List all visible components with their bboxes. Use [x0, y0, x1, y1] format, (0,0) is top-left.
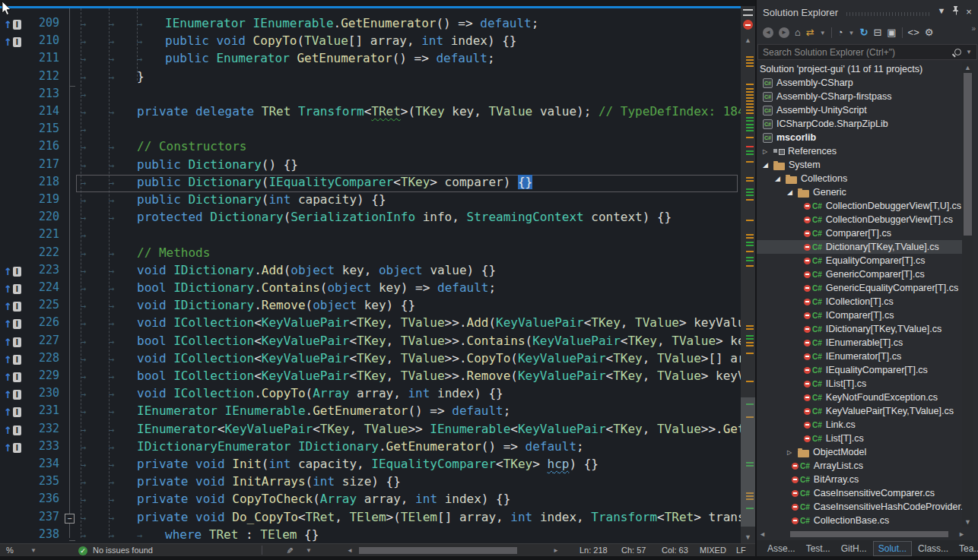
code-line[interactable]: →→// Constructors: [81, 139, 247, 157]
tree-item-genericcomparer-t-cs[interactable]: C#GenericComparer[T].cs: [757, 267, 966, 281]
code-editor[interactable]: 209↑I→→→IEnumerator IEnumerable.GetEnume…: [0, 0, 755, 560]
view-code-icon[interactable]: <>: [908, 27, 919, 39]
code-line[interactable]: →→private void InitArrays(int size) {}: [81, 474, 401, 492]
code-line[interactable]: →→IDictionaryEnumerator IDictionary.GetE…: [81, 439, 584, 457]
editor-vertical-scrollbar[interactable]: ▲ ▼: [741, 6, 755, 543]
code-line[interactable]: →: [81, 227, 109, 245]
sync-with-active-document-icon-caret[interactable]: ▼: [820, 30, 826, 36]
code-line[interactable]: →→private void CopyToCheck(Array array, …: [81, 492, 510, 509]
line-ending-indicator[interactable]: LF: [736, 546, 746, 555]
code-line[interactable]: →→public Dictionary(IEqualityComparer<TK…: [81, 175, 532, 192]
tree-item-collectiondebuggerview-t-cs[interactable]: C#CollectionDebuggerView[T].cs: [757, 213, 966, 226]
code-line[interactable]: →→void IDictionary.Add(object key, objec…: [81, 263, 496, 280]
tree-item-mscorlib[interactable]: C#mscorlib: [757, 131, 966, 144]
tree-item-ienumerator-t-cs[interactable]: C#IEnumerator[T].cs: [757, 350, 966, 363]
search-box[interactable]: ▼: [757, 44, 977, 60]
code-region[interactable]: 209↑I→→→IEnumerator IEnumerable.GetEnume…: [0, 8, 741, 543]
tool-window-tab-test[interactable]: Test...: [802, 542, 835, 555]
hscroll-left-icon[interactable]: ◄: [347, 546, 353, 555]
issues-indicator[interactable]: ✓: [78, 546, 87, 555]
scroll-down-icon[interactable]: ▼: [741, 533, 755, 541]
formatting-brush-icon[interactable]: ✎: [286, 546, 293, 555]
implements-interface-icon[interactable]: ↑I: [4, 439, 21, 457]
tree-item-solution-project-gui-11-of-11-projects[interactable]: Solution 'project-gui' (11 of 11 project…: [757, 62, 966, 76]
search-options-caret-icon[interactable]: ▼: [966, 49, 972, 55]
implements-interface-icon[interactable]: ↑I: [4, 263, 21, 280]
line-indicator[interactable]: Ln: 218: [579, 546, 608, 555]
pending-changes-filter-icon[interactable]: ◔: [837, 27, 843, 39]
implements-interface-icon[interactable]: ↑I: [4, 369, 21, 386]
code-line[interactable]: →→protected Dictionary(SerializationInfo…: [81, 210, 672, 227]
collapse-node-icon[interactable]: ◢: [787, 188, 798, 196]
column-indicator[interactable]: Col: 63: [662, 546, 688, 555]
code-line[interactable]: →: [81, 87, 109, 104]
code-line[interactable]: →→}: [81, 69, 144, 87]
encoding-indicator[interactable]: MIXED: [700, 546, 726, 555]
solution-explorer-titlebar[interactable]: Solution Explorer ▼ ×: [757, 5, 978, 21]
search-input[interactable]: [758, 47, 954, 58]
code-line[interactable]: →→void IDictionary.Remove(object key) {}: [81, 298, 415, 315]
code-line[interactable]: →→→public Enumerator GetEnumerator() => …: [81, 51, 495, 68]
pending-changes-filter-icon-caret[interactable]: ▼: [849, 30, 855, 36]
tool-window-tab-tea[interactable]: Tea...: [954, 542, 978, 555]
properties-wrench-icon[interactable]: ⚙: [925, 27, 934, 39]
tree-item-caseinsensitivecomparer-cs[interactable]: C#CaseInsensitiveComparer.cs: [757, 486, 966, 500]
implements-interface-icon[interactable]: ↑I: [4, 334, 21, 351]
forward-icon[interactable]: ►: [779, 27, 789, 38]
tree-item-iequalitycomparer-t-cs[interactable]: C#IEqualityComparer[T].cs: [757, 363, 966, 377]
tree-item-arraylist-cs[interactable]: C#ArrayList.cs: [757, 459, 966, 473]
code-line[interactable]: →→// Methods: [81, 245, 210, 263]
tree-item-link-cs[interactable]: C#Link.cs: [757, 418, 966, 432]
tool-window-tab-gith[interactable]: GitH...: [837, 542, 872, 555]
issues-text[interactable]: No issues found: [93, 546, 153, 555]
implements-interface-icon[interactable]: ↑I: [4, 16, 21, 33]
tree-item-dictionary-tkey-tvalue-cs[interactable]: C#Dictionary[TKey,TValue].cs: [757, 240, 966, 254]
code-line[interactable]: →→IEnumerator<KeyValuePair<TKey, TValue>…: [81, 422, 741, 439]
tree-item-system[interactable]: ◢System: [757, 158, 966, 172]
hscroll-right-icon[interactable]: ►: [553, 546, 559, 555]
scroll-right-icon[interactable]: ►: [956, 530, 967, 538]
tree-item-caseinsensitivehashcodeprovider-cs[interactable]: C#CaseInsensitiveHashCodeProvider.cs: [757, 500, 966, 514]
tree-item-assembly-unityscript[interactable]: C#Assembly-UnityScript: [757, 103, 966, 117]
code-line[interactable]: →→private delegate TRet Transform<TRet>(…: [81, 104, 741, 122]
toolbar-overflow-icon[interactable]: »: [971, 24, 976, 33]
tree-item-collections[interactable]: ◢Collections: [757, 172, 966, 185]
tree-item-assembly-csharp[interactable]: C#Assembly-CSharp: [757, 76, 966, 90]
implements-interface-icon[interactable]: ↑I: [4, 351, 21, 369]
implements-interface-icon[interactable]: ↑I: [4, 298, 21, 315]
implements-interface-icon[interactable]: ↑I: [4, 403, 21, 421]
tree-vertical-scrollbar[interactable]: ▲ ▼: [962, 62, 973, 527]
scrollbar-thumb[interactable]: [790, 531, 948, 537]
scrollbar-thumb[interactable]: [741, 397, 755, 527]
code-line[interactable]: →→→IEnumerator IEnumerable.GetEnumerator…: [81, 16, 538, 33]
code-line[interactable]: →→private void Init(int capacity, IEqual…: [81, 457, 599, 474]
tree-item-references[interactable]: ▷References: [757, 144, 966, 158]
tree-item-collectionbase-cs[interactable]: C#CollectionBase.cs: [757, 514, 966, 527]
tree-item-genericequalitycomparer-t-cs[interactable]: C#GenericEqualityComparer[T].cs: [757, 281, 966, 295]
code-line[interactable]: →→bool ICollection<KeyValuePair<TKey, TV…: [81, 334, 741, 351]
back-icon[interactable]: ◄: [763, 27, 773, 38]
implements-interface-icon[interactable]: ↑I: [4, 315, 21, 333]
collapse-region-icon[interactable]: −: [65, 514, 75, 524]
scroll-left-icon[interactable]: ◄: [757, 530, 768, 538]
close-icon[interactable]: ×: [963, 6, 975, 17]
collapse-node-icon[interactable]: ◢: [763, 161, 773, 169]
sync-with-active-document-icon[interactable]: ⇄: [806, 27, 814, 39]
tree-item-collectiondebuggerview-t-u-cs[interactable]: C#CollectionDebuggerView[T,U].cs: [757, 199, 966, 213]
code-line[interactable]: →→private void Do_CopyTo<TRet, TElem>(TE…: [81, 510, 741, 527]
implements-interface-icon[interactable]: ↑I: [4, 280, 21, 298]
show-all-files-icon[interactable]: ▣: [887, 27, 896, 39]
expand-node-icon[interactable]: ▷: [787, 449, 798, 456]
brush-caret-icon[interactable]: ▼: [306, 546, 312, 555]
tree-item-generic[interactable]: ◢Generic: [757, 185, 966, 199]
code-line[interactable]: →→void ICollection<KeyValuePair<TKey, TV…: [81, 315, 741, 333]
tree-item-icollection-t-cs[interactable]: C#ICollection[T].cs: [757, 295, 966, 308]
tree-horizontal-scrollbar[interactable]: ◄ ►: [757, 529, 978, 539]
tree-item-equalitycomparer-t-cs[interactable]: C#EqualityComparer[T].cs: [757, 254, 966, 267]
code-line[interactable]: →→public Dictionary(int capacity) {}: [81, 192, 386, 210]
tree-item-ienumerable-t-cs[interactable]: C#IEnumerable[T].cs: [757, 336, 966, 350]
code-line[interactable]: →→void ICollection.CopyTo(Array array, i…: [81, 386, 503, 403]
implements-interface-icon[interactable]: ↑I: [4, 422, 21, 439]
tree-item-bitarray-cs[interactable]: C#BitArray.cs: [757, 473, 966, 486]
code-line[interactable]: →→void ICollection<KeyValuePair<TKey, TV…: [81, 351, 741, 369]
